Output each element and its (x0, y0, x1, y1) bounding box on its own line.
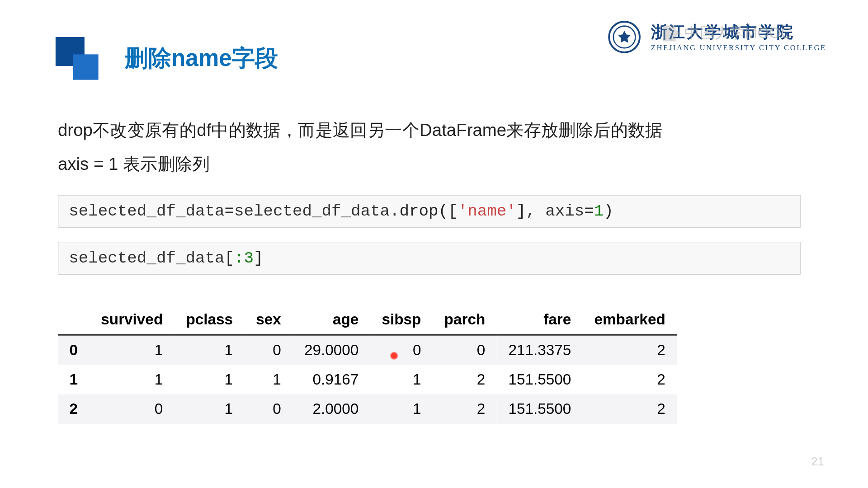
table-cell: 1 (175, 394, 245, 424)
code-string: 'name' (458, 202, 516, 221)
row-index: 0 (58, 335, 90, 365)
row-index: 2 (58, 394, 90, 424)
eagle-icon (617, 29, 632, 44)
column-header: fare (497, 305, 583, 335)
column-header: sibsp (370, 305, 433, 335)
org-name-en: ZHEJIANG UNIVERSITY CITY COLLEGE (651, 43, 826, 52)
laser-pointer-icon (390, 352, 398, 360)
slide-title: 删除name字段 (125, 42, 278, 74)
watermark-text: 中国大学MOOC (684, 23, 792, 43)
page-number: 21 (811, 455, 824, 468)
table-cell: 2 (583, 365, 677, 394)
table-cell: 0 (433, 335, 497, 365)
table-header-row: survivedpclasssexagesibspparchfareembark… (58, 305, 677, 335)
table-row: 11110.916712151.55002 (58, 365, 677, 394)
table-cell: 1 (90, 335, 175, 365)
code-token: selected_df_data (69, 202, 224, 221)
table-row: 20102.000012151.55002 (58, 394, 677, 424)
table-cell: 2 (583, 394, 677, 424)
column-header: pclass (175, 305, 245, 335)
code-token: = (584, 202, 594, 221)
code-token: axis (545, 202, 584, 221)
code-token: ) (604, 202, 613, 221)
dataframe-output: survivedpclasssexagesibspparchfareembark… (58, 305, 861, 424)
code-token: ] (516, 202, 526, 221)
code-token: = (224, 202, 234, 221)
table-cell: 1 (370, 365, 433, 394)
code-token: ] (254, 249, 264, 267)
code-cell-drop: selected_df_data=selected_df_data.drop([… (58, 195, 801, 228)
play-icon (663, 25, 681, 42)
code-number: 1 (594, 202, 604, 221)
column-header: survived (90, 305, 175, 335)
table-cell: 0 (370, 335, 433, 365)
table-cell: 1 (370, 394, 433, 424)
table-cell: 1 (245, 365, 293, 394)
dataframe-table: survivedpclasssexagesibspparchfareembark… (58, 305, 677, 424)
table-cell: 1 (175, 365, 245, 394)
column-header: parch (433, 305, 497, 335)
column-header: age (292, 305, 370, 335)
code-token: selected_df_data (69, 249, 224, 267)
body-text: drop不改变原有的df中的数据，而是返回另一个DataFrame来存放删除后的… (58, 113, 861, 181)
table-cell: 151.5500 (497, 394, 583, 424)
table-cell: 211.3375 (497, 335, 583, 365)
table-cell: 2 (433, 394, 497, 424)
table-cell: 2 (583, 335, 677, 365)
table-cell: 0.9167 (292, 365, 370, 394)
code-token: ([ (439, 202, 458, 221)
table-row: 011029.000000211.33752 (58, 335, 677, 365)
table-cell: 151.5500 (497, 365, 583, 394)
code-slice: :3 (234, 249, 254, 267)
code-cell-slice: selected_df_data[:3] (58, 242, 801, 275)
mooc-watermark: 中国大学MOOC (663, 23, 792, 43)
code-token: , (526, 202, 545, 221)
table-cell: 29.0000 (292, 335, 370, 365)
title-bullet-icon (56, 37, 109, 79)
table-cell: 0 (90, 394, 175, 424)
university-seal-icon (608, 21, 641, 53)
table-cell: 0 (245, 335, 293, 365)
row-index: 1 (58, 365, 90, 394)
column-header: sex (245, 305, 293, 335)
column-header: embarked (583, 305, 677, 335)
code-token: selected_df_data (234, 202, 390, 221)
table-cell: 1 (175, 335, 245, 365)
body-line-2: axis = 1 表示删除列 (58, 147, 861, 181)
table-cell: 1 (90, 365, 175, 394)
table-cell: 0 (245, 394, 293, 424)
index-header (58, 305, 90, 335)
table-cell: 2.0000 (292, 394, 370, 424)
code-token: . (390, 202, 400, 221)
body-line-1: drop不改变原有的df中的数据，而是返回另一个DataFrame来存放删除后的… (58, 113, 861, 147)
slide-container: 浙江大学城市学院 ZHEJIANG UNIVERSITY CITY COLLEG… (0, 0, 861, 483)
table-cell: 2 (433, 365, 497, 394)
code-method: drop (400, 202, 439, 221)
code-token: [ (224, 249, 234, 267)
